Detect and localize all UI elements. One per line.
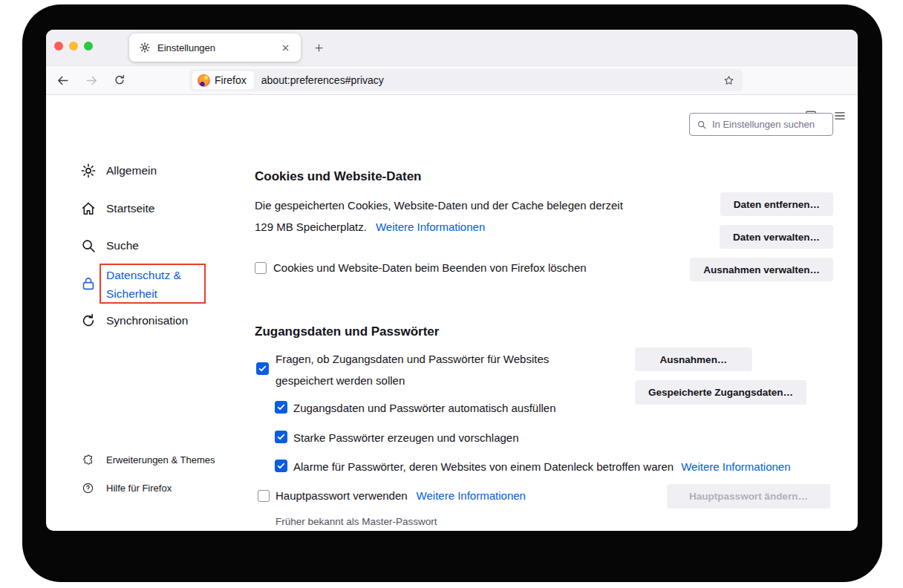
search-icon (80, 238, 97, 254)
manage-data-button[interactable]: Daten verwalten… (720, 225, 833, 249)
search-icon (697, 120, 707, 130)
breach-alerts-label[interactable]: Alarme für Passwörter, deren Websites vo… (293, 460, 791, 473)
home-icon (80, 200, 97, 217)
lock-icon (80, 275, 97, 292)
change-primary-password-button: Hauptpasswort ändern… (667, 484, 830, 509)
site-identity-chip[interactable]: Firefox (192, 71, 254, 89)
sidebar-item-label: Erweiterungen & Themes (106, 454, 215, 466)
sidebar-item-label: Sicherheit (106, 284, 204, 303)
cookies-description: Die gespeicherten Cookies, Website-Daten… (255, 195, 623, 238)
ask-to-save-checkbox[interactable] (256, 362, 269, 375)
sidebar-item-help[interactable]: Hilfe für Firefox (82, 479, 172, 497)
clear-on-close-label[interactable]: Cookies und Website-Daten beim Beenden v… (273, 261, 587, 274)
puzzle-icon (82, 454, 94, 466)
tab-einstellungen[interactable]: Einstellungen (129, 33, 301, 62)
reload-button[interactable] (109, 70, 130, 91)
url-bar[interactable]: Firefox about:preferences#privacy (189, 69, 743, 91)
zoom-window-button[interactable] (84, 42, 93, 50)
cookies-learn-more-link[interactable]: Weitere Informationen (376, 220, 485, 233)
primary-password-note: Früher bekannt als Master-Passwort (276, 516, 437, 527)
primary-password-learn-more-link[interactable]: Weitere Informationen (417, 489, 526, 502)
navigation-toolbar: Firefox about:preferences#privacy (46, 65, 858, 95)
logins-section-title: Zugangsdaten und Passwörter (255, 324, 439, 339)
breach-alerts-checkbox[interactable] (275, 460, 287, 472)
saved-logins-button[interactable]: Gespeicherte Zugangsdaten… (635, 380, 806, 405)
sidebar-item-label: Allgemein (106, 164, 157, 177)
bookmark-star-icon[interactable] (720, 72, 737, 88)
sidebar-item-datenschutz[interactable]: Datenschutz & Sicherheit (80, 264, 206, 304)
gear-icon (139, 42, 151, 53)
settings-search-input[interactable] (712, 119, 820, 130)
generate-passwords-checkbox[interactable] (275, 431, 287, 443)
autofill-checkbox[interactable] (275, 401, 287, 414)
autofill-label[interactable]: Zugangsdaten und Passwörter automatisch … (293, 402, 556, 414)
minimize-window-button[interactable] (69, 42, 78, 50)
sidebar-item-synchronisation[interactable]: Synchronisation (80, 311, 188, 330)
clear-on-close-checkbox[interactable] (255, 262, 267, 274)
tab-title: Einstellungen (157, 42, 271, 53)
firefox-logo-icon (198, 74, 210, 87)
sidebar-item-label: Suche (106, 239, 139, 252)
sidebar-item-extensions[interactable]: Erweiterungen & Themes (82, 451, 215, 468)
sidebar-item-label: Synchronisation (106, 314, 188, 327)
breach-alerts-learn-more-link[interactable]: Weitere Informationen (681, 460, 790, 473)
close-window-button[interactable] (54, 42, 63, 50)
tab-bar: Einstellungen (46, 30, 858, 65)
sidebar-item-startseite[interactable]: Startseite (80, 199, 154, 218)
firefox-window: Einstellungen (46, 30, 858, 531)
sidebar-item-suche[interactable]: Suche (80, 236, 139, 255)
site-chip-label: Firefox (215, 74, 247, 86)
cookies-description-line1: Die gespeicherten Cookies, Website-Daten… (255, 195, 623, 216)
ask-to-save-label[interactable]: Fragen, ob Zugangsdaten und Passwörter f… (276, 348, 549, 391)
clear-data-button[interactable]: Daten entfernen… (720, 192, 833, 216)
manage-exceptions-button[interactable]: Ausnahmen verwalten… (690, 258, 833, 281)
primary-password-label[interactable]: Hauptpasswort verwendenWeitere Informati… (276, 489, 526, 502)
question-icon (82, 482, 94, 494)
sidebar-item-allgemein[interactable]: Allgemein (80, 161, 157, 180)
new-tab-button[interactable] (308, 37, 329, 58)
sync-icon (80, 313, 97, 329)
cookies-section-title: Cookies und Website-Daten (255, 169, 422, 184)
sidebar-item-label: Hilfe für Firefox (106, 483, 172, 494)
privacy-highlight-box: Datenschutz & Sicherheit (100, 264, 206, 304)
settings-search[interactable] (689, 113, 833, 136)
close-tab-icon[interactable] (278, 40, 293, 55)
sidebar-item-label: Startseite (106, 202, 154, 215)
login-exceptions-button[interactable]: Ausnahmen… (635, 347, 752, 371)
back-button[interactable] (52, 70, 73, 91)
url-text: about:preferences#privacy (261, 74, 384, 86)
cookies-description-line2: 129 MB Speicherplatz.Weitere Information… (255, 216, 623, 238)
primary-password-checkbox[interactable] (258, 490, 270, 502)
gear-icon (80, 163, 97, 179)
screenshot-stage: Einstellungen (0, 0, 903, 588)
sidebar-item-label: Datenschutz & (106, 266, 204, 284)
forward-button[interactable] (81, 70, 102, 91)
generate-passwords-label[interactable]: Starke Passwörter erzeugen und vorschlag… (293, 431, 519, 444)
